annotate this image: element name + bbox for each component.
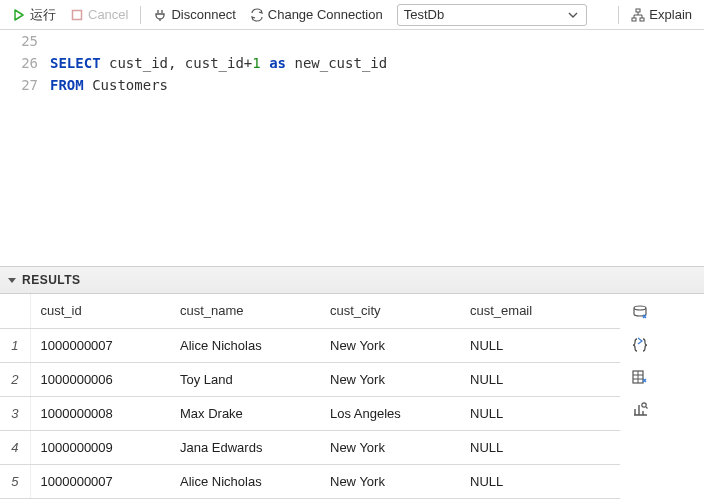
cell[interactable]: NULL <box>460 396 620 430</box>
line-number: 25 <box>0 30 50 52</box>
cell[interactable]: Max Drake <box>170 396 320 430</box>
database-selected-value: TestDb <box>404 7 444 22</box>
database-select[interactable]: TestDb <box>397 4 587 26</box>
results-title: RESULTS <box>22 273 81 287</box>
cell[interactable]: 1000000008 <box>30 396 170 430</box>
stop-icon <box>70 8 84 22</box>
change-connection-label: Change Connection <box>268 7 383 22</box>
cancel-button: Cancel <box>64 4 134 25</box>
sql-editor[interactable]: 2526SELECT cust_id, cust_id+1 as new_cus… <box>0 30 704 266</box>
cell[interactable]: 1000000007 <box>30 464 170 498</box>
results-pane: cust_idcust_namecust_citycust_email 1100… <box>0 294 704 499</box>
editor-line[interactable]: 26SELECT cust_id, cust_id+1 as new_cust_… <box>0 52 704 74</box>
svg-rect-1 <box>636 9 640 12</box>
code-content[interactable]: FROM Customers <box>50 74 168 96</box>
cell[interactable]: NULL <box>460 328 620 362</box>
row-number: 1 <box>0 328 30 362</box>
run-button[interactable]: 运行 <box>6 3 62 27</box>
export-excel-button[interactable] <box>630 368 650 386</box>
explain-button[interactable]: Explain <box>625 4 698 25</box>
export-csv-button[interactable] <box>630 304 650 322</box>
row-number: 3 <box>0 396 30 430</box>
cell[interactable]: Toy Land <box>170 362 320 396</box>
results-side-toolbar <box>620 294 660 418</box>
code-content[interactable]: SELECT cust_id, cust_id+1 as new_cust_id <box>50 52 387 74</box>
results-header[interactable]: RESULTS <box>0 266 704 294</box>
explain-label: Explain <box>649 7 692 22</box>
cell[interactable]: Alice Nicholas <box>170 328 320 362</box>
row-number: 4 <box>0 430 30 464</box>
cell[interactable]: 1000000009 <box>30 430 170 464</box>
column-header[interactable]: cust_city <box>320 294 460 328</box>
chart-button[interactable] <box>630 400 650 418</box>
rownum-header <box>0 294 30 328</box>
row-number: 5 <box>0 464 30 498</box>
column-header[interactable]: cust_name <box>170 294 320 328</box>
svg-point-5 <box>642 403 646 407</box>
separator <box>618 6 619 24</box>
cell[interactable]: Los Angeles <box>320 396 460 430</box>
svg-rect-2 <box>632 18 636 21</box>
chevron-down-icon <box>566 8 580 22</box>
table-row[interactable]: 21000000006Toy LandNew YorkNULL <box>0 362 620 396</box>
plug-icon <box>153 8 167 22</box>
swap-icon <box>250 8 264 22</box>
cancel-label: Cancel <box>88 7 128 22</box>
editor-line[interactable]: 27FROM Customers <box>0 74 704 96</box>
table-row[interactable]: 11000000007Alice NicholasNew YorkNULL <box>0 328 620 362</box>
line-number: 26 <box>0 52 50 74</box>
cell[interactable]: New York <box>320 430 460 464</box>
cell[interactable]: New York <box>320 328 460 362</box>
cell[interactable]: NULL <box>460 362 620 396</box>
run-label: 运行 <box>30 6 56 24</box>
diagram-icon <box>631 8 645 22</box>
column-header[interactable]: cust_id <box>30 294 170 328</box>
cell[interactable]: NULL <box>460 430 620 464</box>
disconnect-button[interactable]: Disconnect <box>147 4 241 25</box>
cell[interactable]: 1000000007 <box>30 328 170 362</box>
cell[interactable]: Jana Edwards <box>170 430 320 464</box>
toolbar: 运行 Cancel Disconnect Change Connection T… <box>0 0 704 30</box>
cell[interactable]: New York <box>320 362 460 396</box>
svg-rect-3 <box>640 18 644 21</box>
collapse-triangle-icon <box>8 278 16 283</box>
row-number: 2 <box>0 362 30 396</box>
results-table: cust_idcust_namecust_citycust_email 1100… <box>0 294 620 499</box>
table-row[interactable]: 41000000009Jana EdwardsNew YorkNULL <box>0 430 620 464</box>
change-connection-button[interactable]: Change Connection <box>244 4 389 25</box>
editor-line[interactable]: 25 <box>0 30 704 52</box>
export-json-button[interactable] <box>630 336 650 354</box>
separator <box>140 6 141 24</box>
table-row[interactable]: 31000000008Max DrakeLos AngelesNULL <box>0 396 620 430</box>
line-number: 27 <box>0 74 50 96</box>
cell[interactable]: New York <box>320 464 460 498</box>
cell[interactable]: Alice Nicholas <box>170 464 320 498</box>
cell[interactable]: 1000000006 <box>30 362 170 396</box>
disconnect-label: Disconnect <box>171 7 235 22</box>
play-icon <box>12 8 26 22</box>
table-row[interactable]: 51000000007Alice NicholasNew YorkNULL <box>0 464 620 498</box>
column-header[interactable]: cust_email <box>460 294 620 328</box>
svg-rect-0 <box>73 10 82 19</box>
cell[interactable]: NULL <box>460 464 620 498</box>
